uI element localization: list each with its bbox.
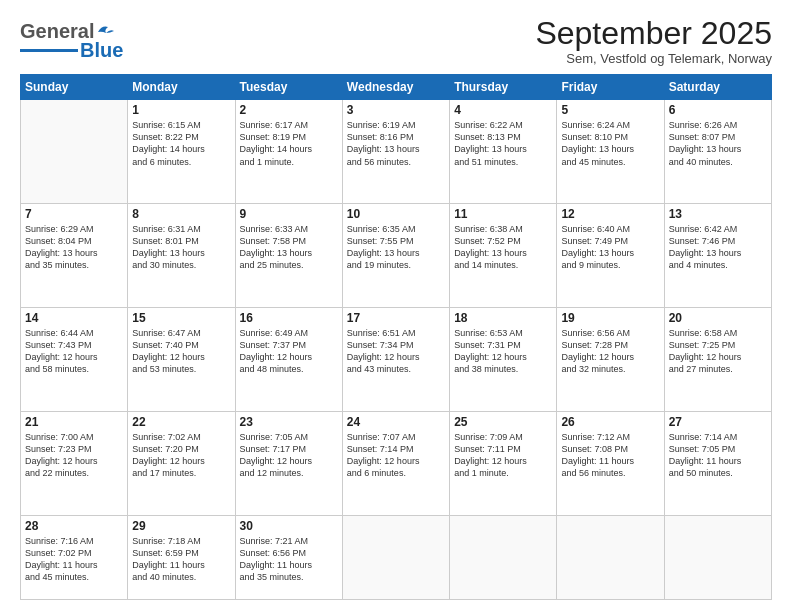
weekday-header-thursday: Thursday bbox=[450, 75, 557, 100]
cell-day-number: 15 bbox=[132, 311, 230, 325]
calendar-cell: 14Sunrise: 6:44 AM Sunset: 7:43 PM Dayli… bbox=[21, 307, 128, 411]
calendar-cell: 12Sunrise: 6:40 AM Sunset: 7:49 PM Dayli… bbox=[557, 204, 664, 308]
weekday-header-wednesday: Wednesday bbox=[342, 75, 449, 100]
calendar-week-row-1: 1Sunrise: 6:15 AM Sunset: 8:22 PM Daylig… bbox=[21, 100, 772, 204]
calendar-cell: 19Sunrise: 6:56 AM Sunset: 7:28 PM Dayli… bbox=[557, 307, 664, 411]
cell-day-number: 26 bbox=[561, 415, 659, 429]
cell-info-text: Sunrise: 6:38 AM Sunset: 7:52 PM Dayligh… bbox=[454, 223, 552, 272]
cell-day-number: 16 bbox=[240, 311, 338, 325]
cell-day-number: 23 bbox=[240, 415, 338, 429]
cell-day-number: 5 bbox=[561, 103, 659, 117]
cell-day-number: 19 bbox=[561, 311, 659, 325]
weekday-header-saturday: Saturday bbox=[664, 75, 771, 100]
calendar-cell: 9Sunrise: 6:33 AM Sunset: 7:58 PM Daylig… bbox=[235, 204, 342, 308]
cell-day-number: 30 bbox=[240, 519, 338, 533]
cell-info-text: Sunrise: 6:31 AM Sunset: 8:01 PM Dayligh… bbox=[132, 223, 230, 272]
logo-blue: Blue bbox=[80, 39, 123, 62]
cell-day-number: 3 bbox=[347, 103, 445, 117]
subtitle: Sem, Vestfold og Telemark, Norway bbox=[535, 51, 772, 66]
cell-info-text: Sunrise: 6:15 AM Sunset: 8:22 PM Dayligh… bbox=[132, 119, 230, 168]
cell-info-text: Sunrise: 6:26 AM Sunset: 8:07 PM Dayligh… bbox=[669, 119, 767, 168]
cell-day-number: 6 bbox=[669, 103, 767, 117]
calendar-cell: 26Sunrise: 7:12 AM Sunset: 7:08 PM Dayli… bbox=[557, 411, 664, 515]
logo: General Blue bbox=[20, 20, 123, 62]
calendar-cell: 16Sunrise: 6:49 AM Sunset: 7:37 PM Dayli… bbox=[235, 307, 342, 411]
cell-info-text: Sunrise: 7:05 AM Sunset: 7:17 PM Dayligh… bbox=[240, 431, 338, 480]
weekday-header-monday: Monday bbox=[128, 75, 235, 100]
calendar-week-row-3: 14Sunrise: 6:44 AM Sunset: 7:43 PM Dayli… bbox=[21, 307, 772, 411]
calendar-cell: 8Sunrise: 6:31 AM Sunset: 8:01 PM Daylig… bbox=[128, 204, 235, 308]
weekday-header-tuesday: Tuesday bbox=[235, 75, 342, 100]
calendar-cell: 4Sunrise: 6:22 AM Sunset: 8:13 PM Daylig… bbox=[450, 100, 557, 204]
calendar-week-row-4: 21Sunrise: 7:00 AM Sunset: 7:23 PM Dayli… bbox=[21, 411, 772, 515]
cell-info-text: Sunrise: 6:51 AM Sunset: 7:34 PM Dayligh… bbox=[347, 327, 445, 376]
calendar-cell: 18Sunrise: 6:53 AM Sunset: 7:31 PM Dayli… bbox=[450, 307, 557, 411]
weekday-header-friday: Friday bbox=[557, 75, 664, 100]
cell-info-text: Sunrise: 7:16 AM Sunset: 7:02 PM Dayligh… bbox=[25, 535, 123, 584]
calendar-cell: 30Sunrise: 7:21 AM Sunset: 6:56 PM Dayli… bbox=[235, 515, 342, 600]
cell-day-number: 29 bbox=[132, 519, 230, 533]
calendar-cell bbox=[557, 515, 664, 600]
cell-info-text: Sunrise: 6:44 AM Sunset: 7:43 PM Dayligh… bbox=[25, 327, 123, 376]
calendar-cell bbox=[342, 515, 449, 600]
cell-day-number: 1 bbox=[132, 103, 230, 117]
calendar-cell bbox=[450, 515, 557, 600]
calendar-cell: 28Sunrise: 7:16 AM Sunset: 7:02 PM Dayli… bbox=[21, 515, 128, 600]
cell-day-number: 14 bbox=[25, 311, 123, 325]
calendar-cell: 29Sunrise: 7:18 AM Sunset: 6:59 PM Dayli… bbox=[128, 515, 235, 600]
cell-day-number: 2 bbox=[240, 103, 338, 117]
header: General Blue September 2025 Sem, Vestfol… bbox=[20, 16, 772, 66]
calendar-cell bbox=[664, 515, 771, 600]
calendar-table: SundayMondayTuesdayWednesdayThursdayFrid… bbox=[20, 74, 772, 600]
cell-day-number: 20 bbox=[669, 311, 767, 325]
calendar-cell: 11Sunrise: 6:38 AM Sunset: 7:52 PM Dayli… bbox=[450, 204, 557, 308]
calendar-cell: 13Sunrise: 6:42 AM Sunset: 7:46 PM Dayli… bbox=[664, 204, 771, 308]
cell-info-text: Sunrise: 6:56 AM Sunset: 7:28 PM Dayligh… bbox=[561, 327, 659, 376]
calendar-cell bbox=[21, 100, 128, 204]
cell-day-number: 8 bbox=[132, 207, 230, 221]
title-block: September 2025 Sem, Vestfold og Telemark… bbox=[535, 16, 772, 66]
cell-day-number: 7 bbox=[25, 207, 123, 221]
calendar-cell: 1Sunrise: 6:15 AM Sunset: 8:22 PM Daylig… bbox=[128, 100, 235, 204]
weekday-header-row: SundayMondayTuesdayWednesdayThursdayFrid… bbox=[21, 75, 772, 100]
calendar-cell: 23Sunrise: 7:05 AM Sunset: 7:17 PM Dayli… bbox=[235, 411, 342, 515]
cell-day-number: 10 bbox=[347, 207, 445, 221]
calendar-cell: 10Sunrise: 6:35 AM Sunset: 7:55 PM Dayli… bbox=[342, 204, 449, 308]
cell-day-number: 9 bbox=[240, 207, 338, 221]
cell-day-number: 27 bbox=[669, 415, 767, 429]
calendar-cell: 15Sunrise: 6:47 AM Sunset: 7:40 PM Dayli… bbox=[128, 307, 235, 411]
calendar-cell: 6Sunrise: 6:26 AM Sunset: 8:07 PM Daylig… bbox=[664, 100, 771, 204]
calendar-cell: 27Sunrise: 7:14 AM Sunset: 7:05 PM Dayli… bbox=[664, 411, 771, 515]
cell-info-text: Sunrise: 7:09 AM Sunset: 7:11 PM Dayligh… bbox=[454, 431, 552, 480]
calendar-cell: 24Sunrise: 7:07 AM Sunset: 7:14 PM Dayli… bbox=[342, 411, 449, 515]
cell-info-text: Sunrise: 6:17 AM Sunset: 8:19 PM Dayligh… bbox=[240, 119, 338, 168]
calendar-cell: 22Sunrise: 7:02 AM Sunset: 7:20 PM Dayli… bbox=[128, 411, 235, 515]
cell-day-number: 25 bbox=[454, 415, 552, 429]
cell-info-text: Sunrise: 7:14 AM Sunset: 7:05 PM Dayligh… bbox=[669, 431, 767, 480]
calendar-cell: 20Sunrise: 6:58 AM Sunset: 7:25 PM Dayli… bbox=[664, 307, 771, 411]
cell-info-text: Sunrise: 6:22 AM Sunset: 8:13 PM Dayligh… bbox=[454, 119, 552, 168]
month-title: September 2025 bbox=[535, 16, 772, 51]
cell-info-text: Sunrise: 7:02 AM Sunset: 7:20 PM Dayligh… bbox=[132, 431, 230, 480]
cell-day-number: 17 bbox=[347, 311, 445, 325]
cell-info-text: Sunrise: 6:53 AM Sunset: 7:31 PM Dayligh… bbox=[454, 327, 552, 376]
cell-info-text: Sunrise: 6:24 AM Sunset: 8:10 PM Dayligh… bbox=[561, 119, 659, 168]
cell-info-text: Sunrise: 6:58 AM Sunset: 7:25 PM Dayligh… bbox=[669, 327, 767, 376]
cell-day-number: 21 bbox=[25, 415, 123, 429]
cell-info-text: Sunrise: 6:29 AM Sunset: 8:04 PM Dayligh… bbox=[25, 223, 123, 272]
calendar-week-row-2: 7Sunrise: 6:29 AM Sunset: 8:04 PM Daylig… bbox=[21, 204, 772, 308]
cell-day-number: 11 bbox=[454, 207, 552, 221]
cell-day-number: 22 bbox=[132, 415, 230, 429]
cell-info-text: Sunrise: 6:33 AM Sunset: 7:58 PM Dayligh… bbox=[240, 223, 338, 272]
cell-day-number: 18 bbox=[454, 311, 552, 325]
cell-info-text: Sunrise: 7:12 AM Sunset: 7:08 PM Dayligh… bbox=[561, 431, 659, 480]
cell-info-text: Sunrise: 6:47 AM Sunset: 7:40 PM Dayligh… bbox=[132, 327, 230, 376]
calendar-cell: 3Sunrise: 6:19 AM Sunset: 8:16 PM Daylig… bbox=[342, 100, 449, 204]
cell-info-text: Sunrise: 6:49 AM Sunset: 7:37 PM Dayligh… bbox=[240, 327, 338, 376]
cell-info-text: Sunrise: 6:19 AM Sunset: 8:16 PM Dayligh… bbox=[347, 119, 445, 168]
calendar-cell: 25Sunrise: 7:09 AM Sunset: 7:11 PM Dayli… bbox=[450, 411, 557, 515]
cell-day-number: 13 bbox=[669, 207, 767, 221]
cell-info-text: Sunrise: 7:07 AM Sunset: 7:14 PM Dayligh… bbox=[347, 431, 445, 480]
cell-day-number: 28 bbox=[25, 519, 123, 533]
cell-day-number: 12 bbox=[561, 207, 659, 221]
